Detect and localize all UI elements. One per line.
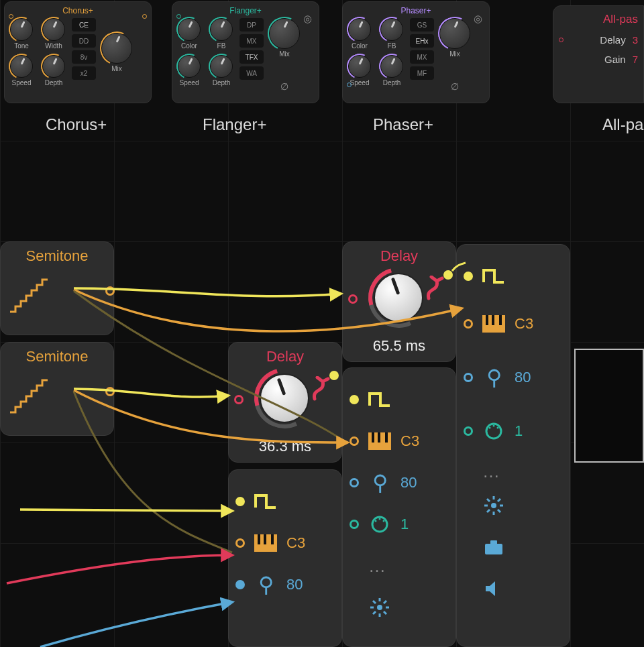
port-pin[interactable] [235,580,245,589]
knob-speed[interactable]: Speed [10,55,33,86]
mode-tfx[interactable]: TFX [239,50,264,64]
node-semitone-2[interactable]: Semitone [0,342,114,436]
port-note[interactable] [235,538,245,548]
knob-depth[interactable]: Depth [210,55,233,86]
fx-flanger[interactable]: Flanger+ ◎ Color FB Speed Depth DP MX TF… [172,1,319,103]
note-value[interactable]: C3 [286,534,305,552]
dial-icon [368,514,391,534]
dial-value[interactable]: 1 [400,516,409,533]
node-input-port[interactable] [234,395,244,404]
port-note[interactable] [464,319,473,329]
mode-x2[interactable]: x2 [72,66,96,80]
dial-value[interactable]: 1 [515,422,523,440]
node-title: Delay [343,247,455,265]
svg-point-28 [489,427,491,429]
header-label-flanger: Flanger+ [203,115,266,134]
knob-speed[interactable]: Speed [348,55,371,86]
pin-value[interactable]: 80 [400,474,417,491]
knob-mix[interactable]: Mix [439,18,470,58]
port-dial[interactable] [350,520,359,529]
stereo-icon: ◎ [474,13,482,25]
svg-rect-22 [486,315,488,325]
node-output-port[interactable] [105,286,115,296]
mode-dp[interactable]: DP [239,18,264,32]
mode-wa[interactable]: WA [239,66,264,80]
fx-phaser[interactable]: Phaser+ ◎ Color FB Speed Depth GS EHx MX… [342,1,490,103]
mode-mx[interactable]: MX [239,34,264,48]
mode-8v[interactable]: 8v [72,50,96,64]
pulse-icon [254,491,277,512]
mode-gs[interactable]: GS [410,18,434,32]
pulse-icon [482,266,505,286]
mode-dd[interactable]: DD [72,34,96,48]
knob-speed[interactable]: Speed [178,55,201,86]
allpass-gain-value[interactable]: 7 [633,54,638,65]
port-pin[interactable] [464,373,473,382]
svg-line-20 [373,611,376,614]
fx-output-port[interactable] [142,14,147,19]
mode-ce[interactable]: CE [72,18,96,32]
svg-rect-3 [271,534,274,544]
mode-mf[interactable]: MF [410,66,434,80]
node-delay-1[interactable]: Delay 65.5 ms [342,241,456,362]
knob-color[interactable]: Color [178,18,201,50]
port-pulse[interactable] [464,272,473,281]
node-output-port-env[interactable] [329,371,339,380]
fx-input-port[interactable] [347,82,352,87]
note-value[interactable]: C3 [515,315,533,333]
keyboard-icon [254,533,277,553]
port-pin[interactable] [350,478,359,487]
allpass-delay-port[interactable] [559,38,564,42]
fx-title: Flanger+ [178,6,313,15]
port-dial[interactable] [464,426,473,436]
patcher-canvas[interactable]: Chorus+ Tone Width Speed Depth CE DD 8v … [0,0,644,647]
svg-point-26 [493,425,495,427]
phase-icon[interactable]: ∅ [280,81,288,92]
port-strip-a[interactable]: C3 ⚲ 80 [228,469,342,647]
port-strip-b[interactable]: C3 ⚲ 80 1 … [342,367,456,647]
fx-input-port[interactable] [9,14,13,19]
mode-mx[interactable]: MX [410,50,434,64]
port-strip-c[interactable]: C3 ⚲ 80 1 … [456,244,570,647]
pin-value[interactable]: 80 [286,576,303,593]
more-icon[interactable]: … [482,469,500,473]
header-label-allpass: All-pa [602,115,643,134]
knob-delay-time[interactable] [260,373,309,423]
keyboard-icon [482,314,505,334]
fx-input-port[interactable] [176,14,181,19]
knob-delay-time[interactable] [374,273,423,322]
knob-depth[interactable]: Depth [380,55,403,86]
stereo-icon: ◎ [303,13,312,25]
pulse-icon [368,390,391,410]
allpass-delay-value[interactable]: 3 [633,34,638,46]
node-input-port[interactable] [348,294,358,304]
viewport-frame[interactable] [574,349,644,463]
keyboard-icon [368,431,391,451]
fx-chorus[interactable]: Chorus+ Tone Width Speed Depth CE DD 8v … [4,1,152,103]
knob-mix[interactable]: Mix [269,18,300,58]
knob-mix[interactable]: Mix [101,33,132,72]
pin-value[interactable]: 80 [515,369,531,386]
knob-color[interactable]: Color [348,18,371,50]
more-icon[interactable]: … [368,564,386,568]
fx-allpass[interactable]: All-pas Delay 3 Gain 7 [553,5,644,103]
stairs-icon [9,376,62,416]
knob-fb[interactable]: FB [210,18,233,50]
node-delay-2[interactable]: Delay 36.3 ms [228,342,342,463]
mode-ehx[interactable]: EHx [410,34,434,48]
phase-icon[interactable]: ∅ [451,81,459,92]
svg-rect-39 [490,540,497,544]
port-note[interactable] [350,436,359,446]
node-output-port-env[interactable] [443,270,453,280]
knob-depth[interactable]: Depth [42,55,65,86]
knob-width[interactable]: Width [42,18,65,50]
note-value[interactable]: C3 [400,432,419,450]
svg-line-34 [487,499,490,502]
node-output-port[interactable] [105,387,115,396]
header-label-chorus: Chorus+ [46,115,107,134]
port-pulse[interactable] [235,497,245,506]
port-pulse[interactable] [350,395,359,404]
knob-fb[interactable]: FB [380,18,403,50]
node-semitone-1[interactable]: Semitone [0,241,114,335]
knob-tone[interactable]: Tone [10,18,33,50]
